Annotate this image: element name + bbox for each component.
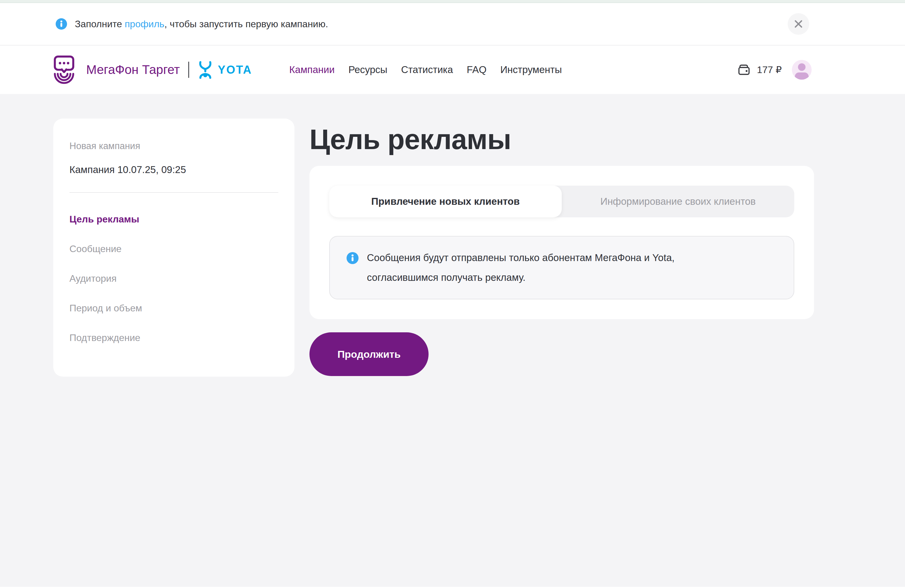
step-confirmation[interactable]: Подтверждение bbox=[70, 332, 278, 343]
yota-logo[interactable]: YOTA bbox=[197, 61, 252, 79]
avatar[interactable] bbox=[792, 60, 811, 79]
notification-banner: Заполните профиль, чтобы запустить перву… bbox=[0, 3, 905, 46]
step-period-volume[interactable]: Период и объем bbox=[70, 303, 278, 314]
banner-text-prefix: Заполните bbox=[75, 19, 125, 29]
info-text: Сообщения будут отправлены только абонен… bbox=[367, 248, 720, 288]
banner-text: Заполните профиль, чтобы запустить перву… bbox=[75, 19, 328, 30]
nav-item-faq[interactable]: FAQ bbox=[467, 64, 487, 75]
close-icon bbox=[794, 19, 803, 29]
main-nav: Кампании Ресурсы Статистика FAQ Инструме… bbox=[289, 64, 562, 75]
banner-close-button[interactable] bbox=[788, 13, 809, 35]
header-right: 177 ₽ bbox=[737, 60, 811, 79]
header: МегаФон Таргет YOTA Кампании Ресурсы Ста… bbox=[0, 46, 905, 94]
step-message[interactable]: Сообщение bbox=[70, 243, 278, 254]
main-column: Цель рекламы Привлечение новых клиентов … bbox=[310, 119, 814, 376]
continue-button[interactable]: Продолжить bbox=[310, 332, 429, 376]
content-area: Новая кампания Кампания 10.07.25, 09:25 … bbox=[0, 94, 905, 587]
tab-own-clients[interactable]: Информирование своих клиентов bbox=[562, 186, 794, 217]
nav-item-statistics[interactable]: Статистика bbox=[401, 64, 453, 75]
nav-item-tools[interactable]: Инструменты bbox=[500, 64, 562, 75]
page: Заполните профиль, чтобы запустить перву… bbox=[0, 0, 905, 588]
campaign-name: Кампания 10.07.25, 09:25 bbox=[70, 164, 278, 175]
profile-link[interactable]: профиль bbox=[125, 19, 164, 29]
user-icon bbox=[792, 60, 811, 79]
goal-card: Привлечение новых клиентов Информировани… bbox=[310, 166, 814, 319]
info-box: Сообщения будут отправлены только абонен… bbox=[329, 236, 794, 299]
top-strip bbox=[0, 0, 905, 3]
balance-amount[interactable]: 177 ₽ bbox=[757, 64, 782, 75]
tab-new-clients[interactable]: Привлечение новых клиентов bbox=[329, 186, 562, 217]
nav-item-resources[interactable]: Ресурсы bbox=[348, 64, 387, 75]
page-title: Цель рекламы bbox=[310, 123, 814, 156]
sidebar-divider bbox=[70, 192, 278, 193]
logo-separator bbox=[188, 62, 189, 78]
megafon-target-logo[interactable]: МегаФон Таргет bbox=[49, 55, 180, 85]
goal-tabs: Привлечение новых клиентов Информировани… bbox=[329, 186, 794, 217]
campaign-sidebar: Новая кампания Кампания 10.07.25, 09:25 … bbox=[53, 119, 294, 377]
yota-label: YOTA bbox=[218, 64, 252, 76]
megafon-logo-icon bbox=[49, 55, 79, 85]
wallet-icon[interactable] bbox=[737, 63, 751, 77]
nav-item-campaigns[interactable]: Кампании bbox=[289, 64, 335, 75]
megafon-target-label: МегаФон Таргет bbox=[86, 63, 180, 77]
banner-text-suffix: , чтобы запустить первую кампанию. bbox=[164, 19, 328, 29]
info-icon bbox=[56, 18, 67, 30]
info-icon bbox=[346, 252, 359, 264]
step-audience[interactable]: Аудитория bbox=[70, 273, 278, 284]
campaign-steps: Цель рекламы Сообщение Аудитория Период … bbox=[70, 214, 278, 343]
campaign-type-label: Новая кампания bbox=[70, 141, 278, 151]
yota-logo-icon bbox=[197, 61, 213, 79]
step-goal[interactable]: Цель рекламы bbox=[70, 214, 278, 225]
